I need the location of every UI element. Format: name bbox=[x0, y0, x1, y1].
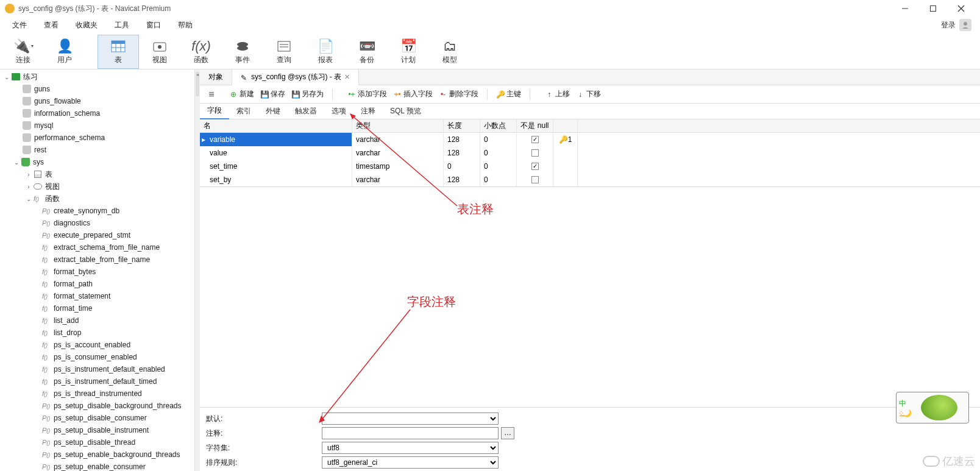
tool-function[interactable]: f(x)函数 bbox=[180, 35, 222, 69]
col-header-dec[interactable]: 小数点 bbox=[480, 119, 517, 132]
tree-function[interactable]: list_drop bbox=[0, 327, 194, 339]
tree-function[interactable]: diagnostics bbox=[0, 217, 194, 229]
tool-user[interactable]: 👤用户 bbox=[44, 35, 85, 69]
login-link[interactable]: 登录 bbox=[941, 20, 956, 30]
minimize-button[interactable] bbox=[891, 0, 919, 17]
tree-function[interactable]: ps_setup_disable_thread bbox=[0, 436, 194, 448]
subtab-comment[interactable]: 注释 bbox=[353, 104, 383, 119]
comment-more-button[interactable]: … bbox=[501, 427, 514, 439]
tree-node-views[interactable]: › 视图 bbox=[0, 180, 194, 193]
menu-help[interactable]: 帮助 bbox=[169, 18, 201, 32]
tree-function[interactable]: ps_setup_disable_consumer bbox=[0, 412, 194, 424]
subtab-options[interactable]: 选项 bbox=[324, 104, 353, 119]
tree-db[interactable]: information_schema bbox=[0, 107, 194, 119]
checkbox-notnull[interactable] bbox=[531, 163, 539, 170]
subtab-fields[interactable]: 字段 bbox=[200, 104, 229, 119]
tool-table[interactable]: 表 bbox=[98, 35, 139, 69]
close-button[interactable] bbox=[947, 0, 975, 17]
checkbox-notnull[interactable] bbox=[531, 136, 539, 143]
tree-connection[interactable]: ⌄ 练习 bbox=[0, 71, 194, 83]
action-moveup[interactable]: ↑上移 bbox=[542, 88, 572, 101]
input-default[interactable] bbox=[322, 413, 499, 425]
tree-db-sys[interactable]: ⌄ sys bbox=[0, 156, 194, 168]
tool-backup[interactable]: 📼备份 bbox=[346, 35, 388, 69]
maximize-button[interactable] bbox=[919, 0, 947, 17]
action-saveas[interactable]: 💾另存为 bbox=[289, 88, 326, 101]
subtab-fk[interactable]: 外键 bbox=[258, 104, 288, 119]
tree-function[interactable]: ps_is_consumer_enabled bbox=[0, 351, 194, 363]
tree-function[interactable]: extract_table_from_file_name bbox=[0, 253, 194, 266]
tree-function[interactable]: ps_setup_disable_instrument bbox=[0, 424, 194, 436]
subtab-triggers[interactable]: 触发器 bbox=[288, 104, 324, 119]
tree-function[interactable]: format_path bbox=[0, 278, 194, 290]
chevron-down-icon[interactable]: ⌄ bbox=[12, 159, 21, 166]
menu-file[interactable]: 文件 bbox=[4, 18, 35, 32]
chevron-right-icon[interactable]: › bbox=[24, 183, 33, 190]
action-save[interactable]: 💾保存 bbox=[258, 88, 288, 101]
tree-function[interactable]: format_time bbox=[0, 302, 194, 314]
tree-function[interactable]: format_bytes bbox=[0, 266, 194, 278]
tab-close-icon[interactable]: ✕ bbox=[344, 73, 350, 81]
tree-db[interactable]: guns bbox=[0, 83, 194, 95]
subtab-indexes[interactable]: 索引 bbox=[229, 104, 258, 119]
menu-window[interactable]: 窗口 bbox=[138, 18, 169, 32]
field-row[interactable]: set_byvarchar1280 bbox=[200, 173, 980, 186]
col-header-type[interactable]: 类型 bbox=[352, 119, 444, 132]
input-charset[interactable]: utf8 bbox=[322, 442, 499, 454]
tree-function[interactable]: ps_setup_enable_background_threads bbox=[0, 448, 194, 461]
tree-function[interactable]: format_statement bbox=[0, 290, 194, 302]
tab-objects[interactable]: 对象 bbox=[200, 69, 232, 85]
col-header-len[interactable]: 长度 bbox=[444, 119, 480, 132]
tree-function[interactable]: ps_setup_disable_background_threads bbox=[0, 400, 194, 412]
action-delfield[interactable]: •-删除字段 bbox=[436, 88, 481, 101]
splitter[interactable]: ◂ bbox=[195, 69, 200, 471]
checkbox-notnull[interactable] bbox=[531, 176, 539, 183]
action-addfield[interactable]: •+添加字段 bbox=[345, 88, 389, 101]
action-new[interactable]: ⊕新建 bbox=[227, 88, 257, 101]
avatar-icon[interactable] bbox=[959, 19, 971, 31]
tree-function[interactable]: ps_setup_enable_consumer bbox=[0, 461, 194, 471]
tree-db[interactable]: mysql bbox=[0, 119, 194, 132]
tree-function[interactable]: ps_is_account_enabled bbox=[0, 339, 194, 351]
checkbox-notnull[interactable] bbox=[531, 149, 539, 157]
menu-view[interactable]: 查看 bbox=[35, 18, 67, 32]
hamburger-icon[interactable]: ≡ bbox=[205, 88, 218, 101]
tool-connection[interactable]: 🔌▾连接 bbox=[2, 35, 44, 69]
tree-db[interactable]: guns_flowable bbox=[0, 95, 194, 107]
menu-favorites[interactable]: 收藏夹 bbox=[67, 18, 106, 32]
col-header-name[interactable]: 名 bbox=[200, 119, 352, 132]
ime-widget[interactable]: 中 ꯭🌙 bbox=[896, 392, 969, 423]
tree-function[interactable]: ps_is_thread_instrumented bbox=[0, 388, 194, 400]
field-row[interactable]: ▸variablevarchar1280🔑1 bbox=[200, 133, 980, 146]
tree-function[interactable]: execute_prepared_stmt bbox=[0, 229, 194, 241]
tab-table-design[interactable]: ✎ sys_config @sys (练习) - 表 ✕ bbox=[232, 69, 359, 85]
tool-model[interactable]: 🗂模型 bbox=[429, 35, 470, 69]
tree-function[interactable]: extract_schema_from_file_name bbox=[0, 241, 194, 253]
chevron-down-icon[interactable]: ⌄ bbox=[2, 74, 11, 80]
tree-node-tables[interactable]: › 表 bbox=[0, 168, 194, 180]
tree-node-functions[interactable]: ⌄ 函数 bbox=[0, 193, 194, 205]
field-row[interactable]: valuevarchar1280 bbox=[200, 146, 980, 160]
tree-function[interactable]: ps_is_instrument_default_enabled bbox=[0, 363, 194, 375]
tree-function[interactable]: create_synonym_db bbox=[0, 205, 194, 217]
chevron-right-icon[interactable]: › bbox=[24, 171, 33, 178]
fields-table[interactable]: 名 类型 长度 小数点 不是 null ▸variablevarchar1280… bbox=[200, 119, 980, 187]
sidebar-tree[interactable]: ⌄ 练习 gunsguns_flowableinformation_schema… bbox=[0, 69, 195, 471]
input-collation[interactable]: utf8_general_ci bbox=[322, 456, 499, 469]
field-row[interactable]: set_timetimestamp00 bbox=[200, 160, 980, 173]
action-pkey[interactable]: 🔑主键 bbox=[494, 88, 524, 101]
col-header-null[interactable]: 不是 null bbox=[517, 119, 553, 132]
chevron-down-icon[interactable]: ⌄ bbox=[24, 196, 33, 202]
col-header-key[interactable] bbox=[553, 119, 578, 132]
tool-schedule[interactable]: 📅计划 bbox=[388, 35, 429, 69]
menu-tools[interactable]: 工具 bbox=[106, 18, 138, 32]
subtab-sqlpreview[interactable]: SQL 预览 bbox=[383, 104, 428, 119]
tree-function[interactable]: list_add bbox=[0, 314, 194, 327]
tool-report[interactable]: 📄报表 bbox=[305, 35, 346, 69]
tool-view[interactable]: 视图 bbox=[139, 35, 180, 69]
tool-query[interactable]: 查询 bbox=[263, 35, 305, 69]
input-comment[interactable] bbox=[322, 427, 499, 439]
action-movedown[interactable]: ↓下移 bbox=[573, 88, 603, 101]
tree-db[interactable]: rest bbox=[0, 144, 194, 156]
tool-event[interactable]: 事件 bbox=[222, 35, 263, 69]
